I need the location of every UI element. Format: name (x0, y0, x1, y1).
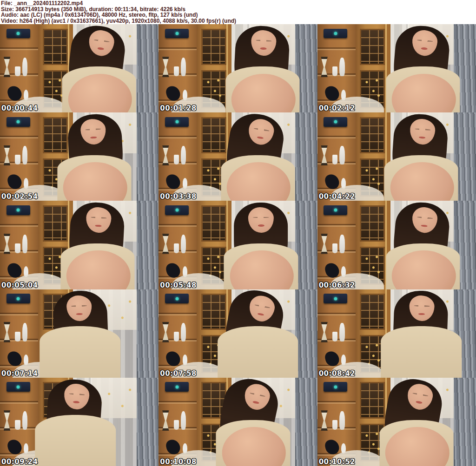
speaker-device (7, 382, 30, 392)
video-thumbnail: 00:02:12 (317, 24, 476, 112)
person-figure (219, 201, 303, 289)
person-figure (216, 289, 300, 378)
white-figurine (22, 146, 27, 164)
speaker-device (324, 294, 347, 303)
person-figure (211, 378, 295, 466)
person-top (35, 415, 116, 466)
hourglass (321, 322, 328, 342)
person-top (381, 326, 462, 377)
white-cup (174, 420, 179, 430)
white-cup (332, 332, 337, 341)
speaker-device (7, 29, 30, 39)
timestamp-label: 00:05:48 (160, 282, 197, 289)
video-thumbnail: 00:09:24 (0, 378, 159, 466)
video-thumbnail: 00:05:48 (159, 201, 317, 289)
white-figurine (181, 411, 186, 430)
dark-sculpture (7, 438, 23, 456)
white-figurine (22, 411, 27, 430)
white-figurine (339, 58, 344, 76)
white-cup (174, 332, 179, 341)
white-cup (15, 155, 20, 164)
white-cup (174, 155, 179, 164)
hourglass (162, 322, 169, 342)
white-cup (15, 243, 20, 253)
white-cup (174, 66, 179, 76)
speaker-device (324, 29, 347, 39)
person-top (40, 326, 121, 377)
drape-curtain (137, 378, 159, 466)
dark-sculpture (165, 173, 182, 190)
white-figurine (339, 411, 344, 430)
video-thumbnail: 00:05:04 (0, 201, 159, 289)
hourglass (321, 145, 328, 166)
speaker-device (7, 294, 30, 303)
dark-sculpture (165, 85, 182, 102)
dark-sculpture (165, 438, 182, 456)
timestamp-label: 00:02:54 (1, 193, 38, 200)
timestamp-label: 00:07:14 (1, 370, 38, 377)
hourglass (4, 322, 11, 342)
hourglass (162, 234, 169, 254)
white-figurine (22, 235, 27, 253)
video-thumbnail: 00:01:28 (159, 24, 317, 112)
timestamp-label: 00:06:32 (319, 282, 356, 289)
timestamp-label: 00:09:24 (1, 459, 38, 466)
white-figurine (339, 235, 344, 253)
white-figurine (181, 235, 186, 253)
timestamp-label: 00:02:12 (319, 105, 356, 112)
video-thumbnail: 00:06:32 (317, 201, 476, 289)
hourglass (4, 410, 11, 431)
speaker-device (165, 205, 189, 215)
drape-curtain (137, 201, 159, 289)
person-figure (379, 289, 463, 378)
speaker-device (165, 29, 189, 39)
timestamp-label: 00:05:04 (1, 282, 38, 289)
drape-curtain (295, 378, 317, 466)
person-figure (375, 378, 459, 466)
hourglass (321, 410, 328, 431)
timestamp-label: 00:07:58 (160, 370, 197, 377)
white-figurine (181, 146, 186, 164)
hourglass (4, 234, 11, 254)
speaker-device (7, 205, 30, 215)
dark-sculpture (324, 438, 340, 456)
timestamp-label: 00:04:22 (319, 193, 356, 200)
dark-sculpture (324, 350, 340, 368)
person-figure (381, 201, 465, 289)
video-thumbnail: 00:02:54 (0, 112, 159, 201)
timestamp-label: 00:01:28 (160, 105, 197, 112)
drape-curtain (137, 112, 159, 201)
person-figure (57, 24, 141, 112)
timestamp-label: 00:00:44 (1, 105, 38, 112)
hourglass (321, 57, 328, 77)
speaker-device (324, 117, 347, 127)
white-figurine (181, 58, 186, 76)
media-info-file-line: File: _ann__202401112202.mp4 (1, 0, 475, 7)
person-top (218, 326, 298, 377)
person-figure (55, 201, 139, 289)
white-cup (15, 420, 20, 430)
speaker-device (324, 205, 347, 215)
video-thumbnail: 00:10:52 (317, 378, 476, 466)
media-info-header: File: _ann__202401112202.mp4 Size: 36671… (0, 0, 476, 24)
video-thumbnail: 00:04:22 (317, 112, 476, 201)
media-info-video-line: Video: h264 (High) (avc1 / 0x31637661), … (1, 18, 475, 24)
media-info-audio-line: Audio: aac (LC) (mp4a / 0x6134706D), 480… (1, 12, 475, 18)
speaker-device (165, 294, 189, 303)
video-thumbnail: 00:07:58 (159, 289, 317, 378)
person-figure (53, 112, 137, 201)
hourglass (162, 410, 169, 431)
white-cup (174, 243, 179, 253)
white-cup (332, 66, 337, 76)
white-figurine (22, 323, 27, 341)
white-cup (332, 243, 337, 253)
person-figure (379, 112, 463, 201)
timestamp-label: 00:08:42 (319, 370, 356, 377)
dark-sculpture (7, 85, 23, 102)
white-cup (332, 420, 337, 430)
drape-curtain (137, 289, 159, 378)
speaker-device (165, 117, 189, 127)
dark-sculpture (165, 350, 182, 368)
white-cup (15, 332, 20, 341)
video-thumbnail: 00:10:08 (159, 378, 317, 466)
